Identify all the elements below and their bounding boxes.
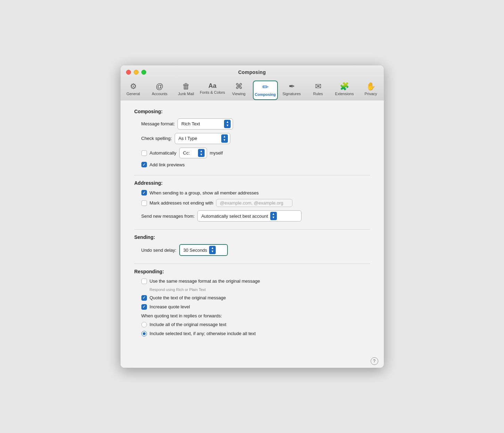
- send-from-arrows: ▲ ▼: [270, 212, 277, 220]
- tab-composing[interactable]: ✏ Composing: [253, 81, 278, 100]
- tab-fonts-label: Fonts & Colors: [200, 90, 225, 94]
- window-title: Composing: [238, 69, 266, 75]
- include-selected-label: Include selected text, if any; otherwise…: [150, 331, 256, 336]
- responding-header: Responding:: [134, 269, 370, 274]
- addressing-header: Addressing:: [134, 180, 370, 186]
- fonts-icon: Aa: [208, 83, 216, 89]
- tab-general[interactable]: ⚙ General: [121, 81, 146, 100]
- divider-3: [134, 264, 370, 264]
- tab-extensions-label: Extensions: [335, 92, 354, 96]
- automatically-label: Automatically: [150, 150, 176, 156]
- tab-fonts-colors[interactable]: Aa Fonts & Colors: [200, 81, 225, 100]
- tab-signatures[interactable]: ✒ Signatures: [279, 81, 304, 100]
- mark-addresses-input[interactable]: @example.com, @example.org: [216, 199, 292, 207]
- tab-signatures-label: Signatures: [282, 92, 301, 96]
- send-from-select[interactable]: Automatically select best account ▲ ▼: [197, 210, 301, 222]
- mark-addresses-checkbox[interactable]: [141, 200, 147, 206]
- tab-accounts[interactable]: @ Accounts: [147, 81, 172, 100]
- close-button[interactable]: [126, 70, 131, 75]
- same-format-label: Use the same message format as the origi…: [150, 278, 260, 284]
- tab-viewing[interactable]: ⌘ Viewing: [226, 81, 251, 100]
- quoting-header: When quoting text in replies or forwards…: [141, 313, 370, 318]
- include-selected-row: Include selected text, if any; otherwise…: [141, 331, 370, 336]
- message-format-label: Message format:: [141, 121, 175, 126]
- cc-bcc-value: Cc:: [183, 150, 196, 156]
- myself-label: myself: [210, 150, 223, 156]
- quote-text-label: Quote the text of the original message: [150, 295, 226, 300]
- automatically-checkbox[interactable]: [141, 150, 147, 156]
- tab-general-label: General: [126, 92, 140, 96]
- undo-delay-arrows: ▲ ▼: [209, 246, 216, 254]
- responding-section: Responding: Use the same message format …: [134, 269, 370, 336]
- signatures-icon: ✒: [289, 83, 295, 90]
- message-format-value: Rich Text: [181, 121, 222, 126]
- content-area: Composing: Message format: Rich Text ▲ ▼: [121, 100, 384, 355]
- undo-delay-label: Undo send delay:: [141, 248, 176, 253]
- include-all-row: Include all of the original message text: [141, 322, 370, 327]
- tab-extensions[interactable]: 🧩 Extensions: [332, 81, 357, 100]
- undo-delay-value: 30 Seconds: [183, 248, 207, 253]
- tab-accounts-label: Accounts: [152, 92, 167, 96]
- check-spelling-label: Check spelling:: [141, 136, 172, 141]
- mark-addresses-label: Mark addresses not ending with: [150, 200, 214, 206]
- divider-1: [134, 175, 370, 175]
- tab-junk-mail[interactable]: 🗑 Junk Mail: [174, 81, 199, 100]
- show-members-label: When sending to a group, show all member…: [150, 190, 259, 195]
- privacy-icon: ✋: [366, 83, 375, 90]
- same-format-sublabel: Respond using Rich or Plain Text: [150, 288, 370, 292]
- maximize-button[interactable]: [141, 70, 146, 75]
- viewing-icon: ⌘: [235, 83, 243, 90]
- junk-mail-icon: 🗑: [182, 83, 190, 90]
- tab-rules-label: Rules: [313, 92, 323, 96]
- accounts-icon: @: [156, 83, 163, 90]
- add-link-previews-checkbox[interactable]: [141, 162, 147, 167]
- tab-viewing-label: Viewing: [232, 92, 245, 96]
- quote-text-checkbox[interactable]: [141, 295, 147, 301]
- show-members-row: When sending to a group, show all member…: [141, 190, 370, 195]
- automatically-row: Automatically Cc: ▲ ▼ myself: [141, 148, 370, 159]
- help-button[interactable]: ?: [371, 357, 378, 365]
- tab-composing-label: Composing: [255, 92, 276, 97]
- traffic-lights: [126, 70, 146, 75]
- bottom-bar: ?: [121, 355, 384, 368]
- divider-2: [134, 229, 370, 230]
- check-spelling-value: As I Type: [179, 136, 219, 141]
- message-format-select[interactable]: Rich Text ▲ ▼: [177, 118, 233, 130]
- minimize-button[interactable]: [134, 70, 139, 75]
- same-format-row: Use the same message format as the origi…: [141, 278, 370, 284]
- main-window: Composing ⚙ General @ Accounts 🗑 Junk Ma…: [120, 65, 384, 368]
- message-format-arrows: ▲ ▼: [224, 120, 231, 128]
- add-link-previews-row: Add link previews: [141, 162, 370, 167]
- extensions-icon: 🧩: [340, 83, 349, 90]
- composing-icon: ✏: [262, 83, 268, 91]
- include-selected-radio[interactable]: [141, 331, 147, 336]
- increase-quote-row: Increase quote level: [141, 304, 370, 310]
- composing-header: Composing:: [134, 109, 370, 114]
- tab-rules[interactable]: ✉ Rules: [306, 81, 331, 100]
- message-format-row: Message format: Rich Text ▲ ▼: [141, 118, 370, 130]
- sending-section: Sending: Undo send delay: 30 Seconds ▲ ▼: [134, 234, 370, 256]
- include-all-radio[interactable]: [141, 322, 147, 327]
- mark-addresses-row: Mark addresses not ending with @example.…: [141, 199, 370, 207]
- send-from-value: Automatically select best account: [201, 214, 268, 219]
- increase-quote-checkbox[interactable]: [141, 304, 147, 310]
- check-spelling-select[interactable]: As I Type ▲ ▼: [175, 133, 230, 144]
- send-from-row: Send new messages from: Automatically se…: [141, 210, 370, 222]
- undo-delay-select[interactable]: 30 Seconds ▲ ▼: [179, 244, 228, 256]
- increase-quote-label: Increase quote level: [150, 304, 190, 309]
- include-all-label: Include all of the original message text: [150, 322, 226, 327]
- toolbar: ⚙ General @ Accounts 🗑 Junk Mail Aa Font…: [126, 78, 378, 100]
- show-members-checkbox[interactable]: [141, 190, 147, 195]
- same-format-checkbox[interactable]: [141, 278, 147, 284]
- cc-bcc-select[interactable]: Cc: ▲ ▼: [179, 148, 207, 159]
- addressing-section: Addressing: When sending to a group, sho…: [134, 180, 370, 222]
- quote-text-row: Quote the text of the original message: [141, 295, 370, 301]
- tab-privacy[interactable]: ✋ Privacy: [358, 81, 383, 100]
- send-from-label: Send new messages from:: [141, 214, 195, 219]
- tab-junk-mail-label: Junk Mail: [178, 92, 194, 96]
- check-spelling-arrows: ▲ ▼: [221, 134, 228, 143]
- tab-privacy-label: Privacy: [364, 92, 377, 96]
- sending-header: Sending:: [134, 234, 370, 240]
- check-spelling-row: Check spelling: As I Type ▲ ▼: [141, 133, 370, 144]
- general-icon: ⚙: [130, 83, 137, 90]
